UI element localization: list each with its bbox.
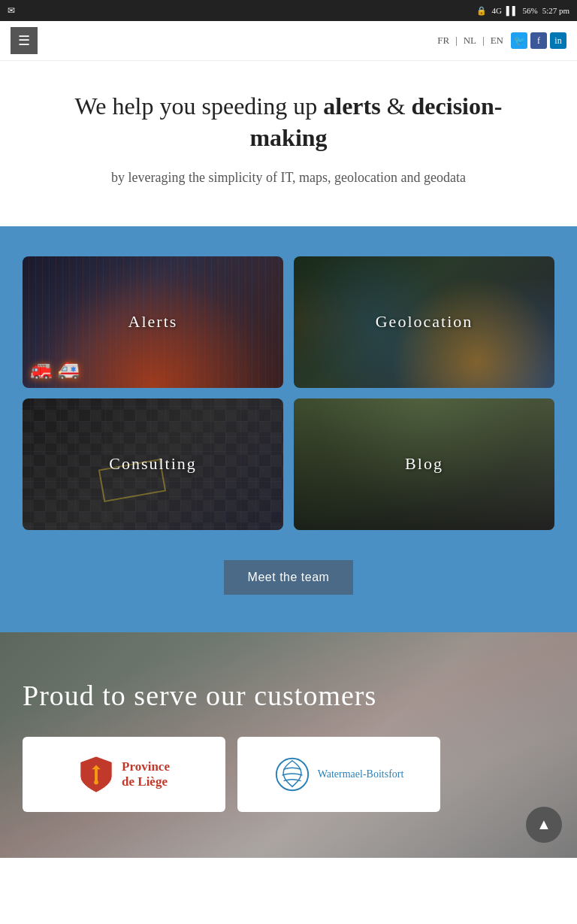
nav-nl-link[interactable]: NL [464, 35, 476, 47]
header: ☰ FR | NL | EN 🐦 f in [0, 21, 577, 61]
svg-point-1 [276, 759, 307, 790]
hero-making-bold: making [249, 124, 327, 151]
twitter-icon[interactable]: 🐦 [511, 32, 527, 49]
customers-content: Proud to serve our customers Province de… [0, 632, 577, 842]
meet-team-button[interactable]: Meet the team [224, 560, 354, 595]
province-text: Province de Liège [122, 759, 170, 790]
nav-en-link[interactable]: EN [491, 35, 503, 47]
meet-team-container: Meet the team [23, 560, 554, 595]
geolocation-card-label: Geolocation [376, 312, 473, 332]
province-liege-logo: Province de Liège [78, 755, 170, 794]
hamburger-menu-button[interactable]: ☰ [11, 27, 38, 54]
province-shield-icon [78, 755, 114, 794]
status-right: 🔒 4G ▌▌ 56% 5:27 pm [476, 6, 569, 16]
blue-section: Alerts Geolocation Consulting Blog [0, 226, 577, 632]
lock-icon: 🔒 [476, 6, 487, 16]
hero-alerts-bold: alerts [323, 92, 380, 120]
blog-card-label: Blog [405, 454, 443, 474]
consulting-card-label: Consulting [109, 454, 197, 474]
watermael-logo: Watermael-Boitsfort [274, 755, 404, 794]
blog-card[interactable]: Blog [294, 398, 554, 530]
watermael-emblem-icon [274, 755, 310, 794]
signal-text: 4G [491, 6, 501, 15]
social-icons: 🐦 f in [511, 32, 566, 49]
province-line1: Province [122, 759, 170, 774]
nav-fr-link[interactable]: FR [437, 35, 449, 47]
customers-title: Proud to serve our customers [23, 677, 554, 714]
nav-links: FR | NL | EN [437, 35, 503, 47]
hero-section: We help you speeding up alerts & decisio… [0, 61, 577, 226]
status-left: ✉ [8, 5, 15, 17]
logo-cards-row: Province de Liège Watermael-Boitsfort [23, 737, 554, 812]
battery-text: 56% [522, 6, 537, 15]
hero-subtext: by leveraging the simplicity of IT, maps… [23, 167, 554, 189]
envelope-icon: ✉ [8, 5, 15, 17]
geolocation-card[interactable]: Geolocation [294, 256, 554, 388]
cards-grid: Alerts Geolocation Consulting Blog [23, 256, 554, 530]
alerts-card[interactable]: Alerts [23, 256, 283, 388]
svg-point-0 [94, 780, 98, 785]
watermael-text: Watermael-Boitsfort [318, 768, 404, 781]
hero-decision-bold: decision- [412, 92, 503, 120]
status-bar: ✉ 🔒 4G ▌▌ 56% 5:27 pm [0, 0, 577, 21]
hero-text-prefix: We help you speeding up [75, 92, 324, 120]
hero-headline: We help you speeding up alerts & decisio… [23, 91, 554, 153]
consulting-card[interactable]: Consulting [23, 398, 283, 530]
time-display: 5:27 pm [542, 6, 569, 15]
province-line2: de Liège [122, 774, 170, 789]
nav-divider1: | [455, 35, 458, 47]
facebook-icon[interactable]: f [530, 32, 547, 49]
watermael-card[interactable]: Watermael-Boitsfort [237, 737, 440, 812]
hero-ampersand: & [381, 92, 412, 120]
bars-icon: ▌▌ [506, 6, 518, 15]
nav-divider2: | [482, 35, 485, 47]
province-liege-card[interactable]: Province de Liège [23, 737, 225, 812]
linkedin-icon[interactable]: in [550, 32, 566, 49]
customers-section: Proud to serve our customers Province de… [0, 632, 577, 858]
alerts-card-label: Alerts [128, 312, 178, 332]
